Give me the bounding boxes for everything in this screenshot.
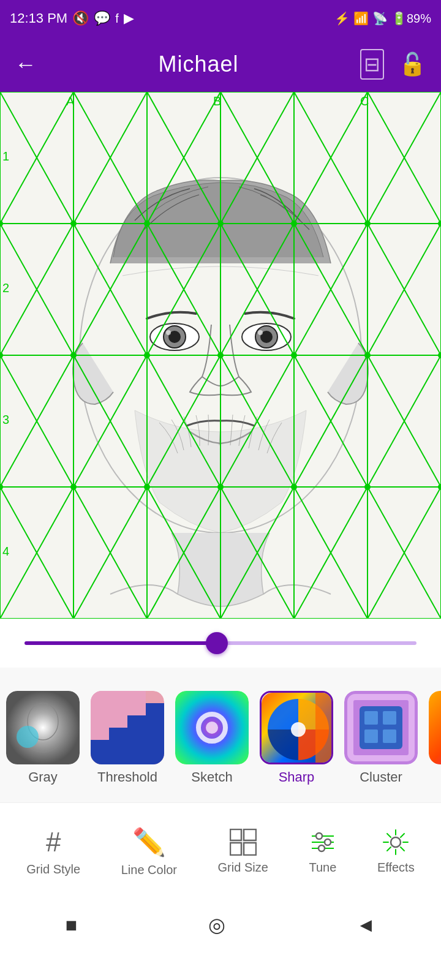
- effect-label-cluster: Cluster: [360, 769, 402, 785]
- effect-item-sketch[interactable]: Sketch: [175, 691, 249, 785]
- effect-item-threshold[interactable]: Threshold: [91, 691, 164, 785]
- message-icon: 💬: [94, 10, 110, 26]
- svg-point-80: [217, 221, 224, 227]
- svg-point-132: [318, 845, 325, 851]
- nav-stop-button[interactable]: ■: [66, 914, 77, 937]
- toolbar-item-grid-size[interactable]: Grid Size: [218, 829, 268, 875]
- svg-rect-120: [383, 729, 396, 743]
- svg-point-130: [325, 839, 331, 845]
- canvas-area: A B C 1 2 3 4: [0, 92, 441, 619]
- toolbar-item-grid-style[interactable]: # Grid Style: [26, 827, 80, 876]
- svg-point-96: [364, 484, 371, 490]
- youtube-icon: ▶: [124, 10, 134, 26]
- effect-item-watch[interactable]: Watch: [429, 691, 441, 785]
- effect-label-sketch: Sketch: [191, 769, 232, 785]
- svg-point-128: [316, 833, 322, 839]
- mute-icon: 🔇: [72, 10, 89, 26]
- toolbar-label-grid-style: Grid Style: [26, 862, 80, 876]
- svg-text:2: 2: [2, 281, 9, 295]
- effect-thumb-cluster: [344, 691, 418, 764]
- facebook-icon: f: [115, 12, 119, 26]
- page-title: Michael: [158, 51, 238, 77]
- svg-text:A: A: [66, 94, 75, 108]
- effects-carousel: Gray Threshold: [0, 668, 441, 802]
- effect-label-threshold: Threshold: [97, 769, 157, 785]
- toolbar-label-tune: Tune: [309, 861, 336, 875]
- nav-home-button[interactable]: ◎: [208, 913, 225, 937]
- svg-point-79: [144, 221, 150, 227]
- svg-point-94: [217, 484, 224, 490]
- effect-item-gray[interactable]: Gray: [6, 691, 80, 785]
- toolbar-item-tune[interactable]: Tune: [309, 829, 336, 875]
- signal-icon: 📶: [353, 11, 369, 26]
- effect-label-sharp: Sharp: [279, 769, 315, 785]
- toolbar-label-grid-size: Grid Size: [218, 861, 268, 875]
- svg-point-9: [258, 330, 263, 335]
- toolbar-label-line-color: Line Color: [121, 863, 177, 877]
- toolbar-label-effects: Effects: [377, 861, 415, 875]
- effect-item-cluster[interactable]: Cluster: [344, 691, 418, 785]
- svg-point-110: [206, 722, 218, 734]
- toolbar-item-line-color[interactable]: ✏️ Line Color: [121, 826, 177, 877]
- svg-point-82: [364, 221, 371, 227]
- svg-line-138: [401, 847, 404, 851]
- svg-text:B: B: [213, 94, 221, 108]
- effect-thumb-sharp: [260, 691, 333, 764]
- effect-label-gray: Gray: [28, 769, 58, 785]
- grid-size-icon: [230, 829, 257, 856]
- bottom-toolbar: # Grid Style ✏️ Line Color Grid Size Tun…: [0, 802, 441, 900]
- svg-point-81: [291, 221, 297, 227]
- effect-thumb-watch: [429, 691, 441, 764]
- tune-icon: [309, 829, 336, 856]
- svg-rect-118: [383, 711, 396, 725]
- effect-thumb-sketch: [175, 691, 249, 764]
- svg-text:1: 1: [2, 149, 9, 163]
- svg-text:3: 3: [2, 413, 9, 426]
- bluetooth-icon: ⚡: [334, 11, 350, 26]
- slider-thumb[interactable]: [206, 632, 228, 654]
- svg-point-95: [291, 484, 297, 490]
- svg-rect-105: [91, 715, 127, 728]
- svg-point-88: [291, 352, 297, 358]
- svg-rect-106: [91, 728, 109, 740]
- svg-point-78: [70, 221, 77, 227]
- slider-track[interactable]: [24, 641, 417, 645]
- svg-text:4: 4: [2, 545, 9, 558]
- effects-icon: [382, 829, 409, 856]
- svg-point-87: [217, 352, 224, 358]
- svg-point-112: [291, 722, 306, 737]
- line-color-icon: ✏️: [132, 826, 166, 858]
- svg-rect-126: [244, 843, 256, 855]
- effect-thumb-gray: [6, 691, 80, 764]
- svg-text:C: C: [360, 94, 369, 108]
- app-bar: ← Michael ⊟ 🔓: [0, 37, 441, 92]
- wifi-icon: 📡: [372, 11, 388, 26]
- grid-style-icon: #: [46, 827, 61, 858]
- svg-rect-104: [91, 691, 146, 715]
- sketch-image: A B C 1 2 3 4: [0, 92, 441, 619]
- toolbar-item-effects[interactable]: Effects: [377, 829, 415, 875]
- back-button[interactable]: ←: [15, 51, 37, 77]
- grid-toggle-icon[interactable]: ⊟: [360, 49, 384, 80]
- svg-rect-121: [429, 691, 441, 764]
- svg-rect-125: [230, 843, 241, 855]
- effect-item-sharp[interactable]: Sharp: [260, 691, 333, 785]
- effect-thumb-threshold: [91, 691, 164, 764]
- svg-line-137: [387, 834, 391, 837]
- svg-rect-117: [364, 711, 378, 725]
- nav-back-button[interactable]: ◄: [356, 914, 375, 937]
- lock-icon[interactable]: 🔓: [399, 51, 426, 77]
- svg-point-86: [144, 352, 150, 358]
- svg-rect-119: [364, 729, 378, 743]
- svg-rect-113: [315, 693, 333, 764]
- time-display: 12:13 PM: [10, 10, 67, 26]
- svg-point-92: [70, 484, 77, 490]
- svg-rect-124: [244, 829, 256, 840]
- status-icons: ⚡ 📶 📡 🔋89%: [334, 11, 431, 26]
- status-time: 12:13 PM 🔇 💬 f ▶: [10, 10, 134, 26]
- app-bar-actions: ⊟ 🔓: [360, 49, 426, 80]
- battery-icon: 🔋89%: [391, 11, 431, 26]
- svg-point-89: [364, 352, 371, 358]
- svg-point-100: [17, 726, 39, 748]
- svg-rect-123: [230, 829, 241, 840]
